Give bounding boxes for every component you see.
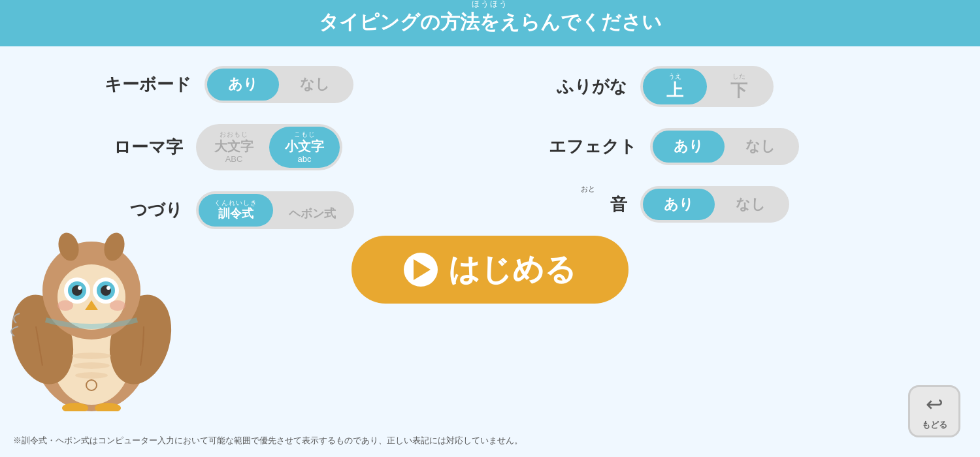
- furigana-ue-ruby: うえ: [668, 72, 681, 80]
- kunrei-ruby: くんれいしき: [214, 199, 257, 207]
- start-label: はじめる: [448, 249, 576, 291]
- uppercase-ruby: おおもじ: [220, 131, 248, 138]
- furigana-ue-button[interactable]: うえ 上: [643, 69, 707, 104]
- back-icon: ↩: [926, 392, 943, 417]
- left-column: キーボード あり なし ローマ字 おおもじ 大文字 ABC こもじ 小文字 ab…: [26, 46, 510, 229]
- back-label: もどる: [922, 419, 947, 431]
- sound-toggle: あり なし: [640, 186, 789, 223]
- header: ほうほう タイピングの方法をえらんでください: [0, 0, 980, 46]
- back-button[interactable]: ↩ もどる: [908, 385, 960, 437]
- uppercase-latin: ABC: [225, 154, 243, 165]
- right-column: ふりがな うえ 上 した 下 エフェクト あり なし: [510, 46, 954, 229]
- keyboard-toggle: あり なし: [204, 66, 353, 103]
- options-area: キーボード あり なし ローマ字 おおもじ 大文字 ABC こもじ 小文字 ab…: [0, 46, 980, 229]
- svg-point-22: [62, 403, 88, 411]
- furigana-toggle: うえ 上 した 下: [640, 66, 774, 107]
- sound-row: おと 音 あり なし: [549, 186, 954, 223]
- kunrei-text: 訓令式: [218, 207, 253, 221]
- hepburn-button[interactable]: しき ヘボン式: [273, 194, 351, 227]
- footer-note: ※訓令式・ヘボン式はコンピューター入力において可能な範囲で優先させて表示するもの…: [13, 435, 523, 447]
- romaji-label: ローマ字: [105, 136, 183, 159]
- effect-nashi-button[interactable]: なし: [725, 131, 796, 163]
- sound-label: おと 音: [549, 193, 627, 216]
- furigana-shita-text: 下: [730, 80, 747, 101]
- keyboard-nashi-button[interactable]: なし: [279, 69, 351, 101]
- header-title: ほうほう タイピングの方法をえらんでください: [319, 9, 662, 36]
- start-button[interactable]: はじめる: [351, 236, 629, 304]
- furigana-shita-button[interactable]: した 下: [707, 69, 771, 104]
- furigana-label: ふりがな: [549, 75, 627, 98]
- effect-toggle: あり なし: [650, 128, 799, 165]
- keyboard-ari-button[interactable]: あり: [207, 69, 279, 101]
- lowercase-latin: abc: [298, 154, 312, 165]
- play-triangle: [414, 259, 431, 280]
- play-icon: [404, 253, 438, 287]
- lowercase-kanji: 小文字: [285, 138, 324, 154]
- svg-point-21: [75, 372, 108, 379]
- furigana-shita-ruby: した: [732, 72, 745, 80]
- svg-point-1: [52, 313, 131, 405]
- svg-point-20: [73, 362, 110, 369]
- svg-point-19: [72, 353, 111, 359]
- furigana-ue-text: 上: [666, 80, 683, 101]
- sound-nashi-button[interactable]: なし: [715, 189, 787, 221]
- tsuzuri-toggle: くんれいしき 訓令式 しき ヘボン式: [196, 191, 354, 229]
- start-area: はじめる: [0, 236, 980, 310]
- keyboard-label: キーボード: [105, 73, 191, 96]
- effect-ari-button[interactable]: あり: [653, 131, 725, 163]
- svg-point-23: [95, 403, 121, 411]
- lowercase-ruby: こもじ: [294, 131, 316, 138]
- svg-point-24: [86, 380, 97, 390]
- effect-row: エフェクト あり なし: [549, 128, 954, 165]
- romaji-toggle: おおもじ 大文字 ABC こもじ 小文字 abc: [196, 124, 342, 171]
- romaji-row: ローマ字 おおもじ 大文字 ABC こもじ 小文字 abc: [105, 124, 510, 171]
- hepburn-text: ヘボン式: [289, 207, 336, 221]
- effect-label: エフェクト: [549, 135, 637, 158]
- lowercase-button[interactable]: こもじ 小文字 abc: [269, 127, 340, 168]
- uppercase-kanji: 大文字: [214, 138, 253, 154]
- tsuzuri-row: つづり くんれいしき 訓令式 しき ヘボン式: [105, 191, 510, 229]
- header-ruby: ほうほう: [472, 0, 508, 10]
- tsuzuri-label: つづり: [105, 198, 183, 221]
- sound-ari-button[interactable]: あり: [643, 189, 715, 221]
- kunrei-button[interactable]: くんれいしき 訓令式: [199, 194, 273, 227]
- furigana-row: ふりがな うえ 上 した 下: [549, 66, 954, 107]
- keyboard-row: キーボード あり なし: [105, 66, 510, 103]
- uppercase-button[interactable]: おおもじ 大文字 ABC: [199, 127, 269, 168]
- sound-ruby: おと: [581, 184, 595, 194]
